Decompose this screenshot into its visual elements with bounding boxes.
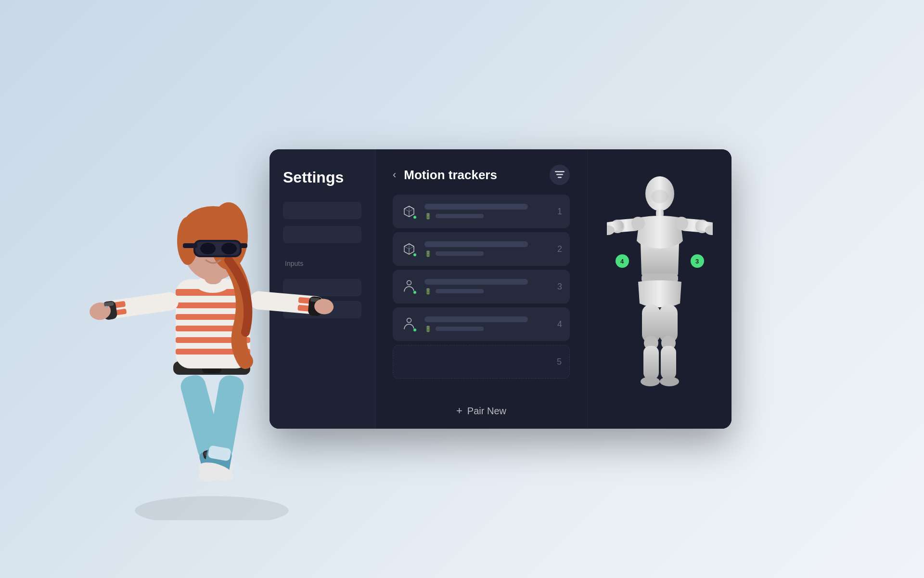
svg-rect-45 [556, 174, 563, 175]
svg-rect-69 [661, 346, 676, 380]
scene-container: Settings Inputs ‹ Motion trackers [125, 58, 799, 520]
svg-point-50 [651, 190, 668, 203]
tracker-battery-row-3: 🔋 [424, 288, 562, 295]
battery-icon-3: 🔋 [424, 288, 432, 295]
tracker-item-5[interactable]: 5 [393, 345, 570, 379]
plus-icon: + [456, 405, 462, 417]
svg-point-62 [675, 217, 688, 230]
tracker-battery-bar-4 [436, 327, 484, 331]
tracker-name-bar-4 [424, 316, 528, 322]
svg-point-66 [641, 377, 660, 386]
tracker-name-bar-1 [424, 204, 528, 210]
tracker-info-2: 🔋 [424, 241, 562, 257]
svg-rect-43 [240, 243, 247, 248]
status-dot-4 [413, 328, 417, 332]
tracker-icon-wrap-2 [400, 240, 418, 258]
tracker-battery-bar-1 [436, 214, 484, 218]
ui-panel: Settings Inputs ‹ Motion trackers [270, 149, 732, 429]
svg-point-0 [135, 496, 289, 520]
svg-point-70 [660, 377, 679, 386]
battery-icon-2: 🔋 [424, 250, 432, 257]
tracker-item-2[interactable]: 🔋 2 [393, 232, 570, 266]
avatar-container [87, 106, 337, 520]
svg-rect-44 [555, 171, 565, 172]
mannequin-figure: 4 3 [607, 173, 713, 405]
back-button[interactable]: ‹ [393, 170, 396, 180]
status-dot-1 [413, 215, 417, 219]
tracker-icon-wrap-3 [400, 278, 418, 295]
content-header: ‹ Motion trackers [375, 149, 587, 195]
battery-icon-4: 🔋 [424, 326, 432, 332]
tracker-list: 🔋 1 [375, 195, 587, 393]
svg-point-61 [631, 217, 645, 230]
main-content: ‹ Motion trackers [375, 149, 587, 429]
battery-icon-1: 🔋 [424, 213, 432, 220]
svg-point-41 [221, 243, 237, 254]
tracker-info-3: 🔋 [424, 279, 562, 295]
tracker-number-2: 2 [557, 244, 562, 254]
svg-rect-65 [643, 346, 659, 380]
mannequin-svg [607, 173, 713, 405]
tracker-name-bar-3 [424, 279, 528, 285]
filter-icon [555, 171, 565, 179]
filter-button[interactable] [550, 165, 570, 185]
tracker-number-3: 3 [557, 282, 562, 292]
mannequin-badge-4: 4 [616, 254, 629, 268]
tracker-battery-row-1: 🔋 [424, 213, 562, 220]
tracker-item-3[interactable]: 🔋 3 [393, 270, 570, 303]
status-dot-2 [413, 253, 417, 257]
svg-rect-46 [558, 177, 562, 178]
tracker-info-1: 🔋 [424, 204, 562, 220]
mannequin-panel: 4 3 [587, 149, 732, 429]
tracker-icon-wrap-1 [400, 203, 418, 220]
page-title: Motion trackers [404, 168, 542, 183]
tracker-item-4[interactable]: 🔋 4 [393, 307, 570, 341]
tracker-icon-wrap-4 [400, 315, 418, 333]
svg-point-37 [177, 217, 198, 265]
tracker-number-5: 5 [557, 357, 562, 367]
tracker-name-bar-2 [424, 241, 528, 247]
tracker-number-4: 4 [557, 319, 562, 329]
tracker-battery-row-4: 🔋 [424, 326, 562, 332]
pair-new-button[interactable]: + Pair New [375, 393, 587, 429]
svg-point-47 [407, 281, 411, 285]
tracker-battery-bar-2 [436, 251, 484, 256]
svg-rect-42 [183, 243, 197, 248]
tracker-info-4: 🔋 [424, 316, 562, 332]
svg-point-40 [200, 243, 216, 254]
tracker-item-1[interactable]: 🔋 1 [393, 195, 570, 228]
tracker-number-1: 1 [557, 207, 562, 217]
svg-point-48 [407, 318, 411, 323]
tracker-battery-bar-3 [436, 289, 484, 293]
mannequin-badge-3: 3 [691, 254, 704, 268]
status-dot-3 [413, 290, 417, 294]
tracker-battery-row-2: 🔋 [424, 250, 562, 257]
pair-new-label: Pair New [467, 406, 506, 417]
